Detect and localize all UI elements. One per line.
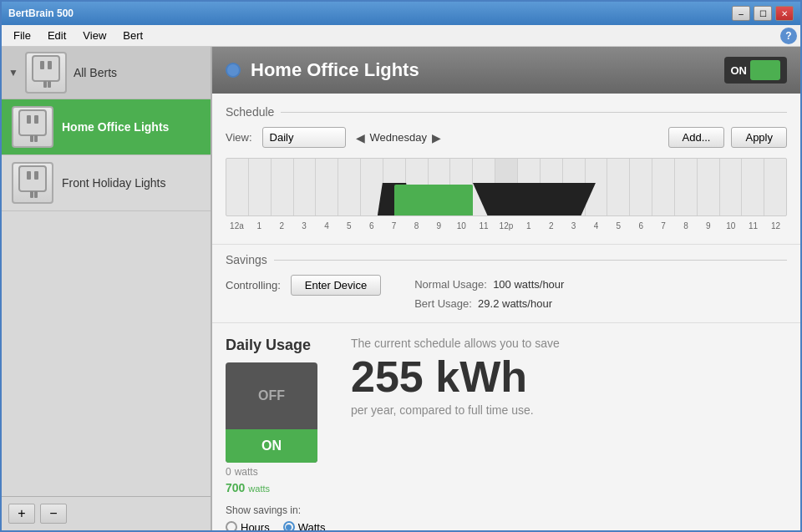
usage-widget: Daily Usage OFF ON 0 watts 700 watts <box>226 337 317 530</box>
next-day-button[interactable]: ▶ <box>432 131 441 144</box>
on-off-toggle[interactable]: ON <box>724 57 788 84</box>
maximize-button[interactable]: ☐ <box>754 6 772 21</box>
plug-svg-all <box>29 54 63 91</box>
sidebar-item-home-office[interactable]: Home Office Lights <box>2 99 211 155</box>
menu-edit[interactable]: Edit <box>39 27 74 44</box>
menu-bar: File Edit View Bert ? <box>2 25 800 47</box>
close-button[interactable]: ✕ <box>775 6 794 21</box>
schedule-timeline[interactable] <box>226 158 787 216</box>
svg-rect-14 <box>34 191 38 198</box>
off-watts-unit: watts <box>235 466 258 478</box>
front-holiday-icon <box>12 162 53 204</box>
view-label: View: <box>226 131 252 144</box>
plug-svg-home <box>16 109 49 145</box>
schedule-section: Schedule View: Daily ◀ Wednesday ▶ Add..… <box>212 94 800 245</box>
timeline-block-ramp-right <box>473 183 596 215</box>
schedule-controls: View: Daily ◀ Wednesday ▶ Add... Apply <box>226 127 787 148</box>
help-button[interactable]: ? <box>780 28 797 44</box>
day-nav: ◀ Wednesday ▶ <box>356 131 441 144</box>
svg-rect-11 <box>27 171 31 180</box>
prev-day-button[interactable]: ◀ <box>356 131 365 144</box>
radio-watts[interactable]: Watts <box>283 521 326 530</box>
view-select[interactable]: Daily <box>262 127 346 148</box>
radio-hours-circle <box>226 521 237 530</box>
app-window: BertBrain 500 – ☐ ✕ File Edit View Bert … <box>0 0 802 532</box>
radio-watts-circle <box>283 521 295 530</box>
toggle-green-indicator <box>750 60 780 80</box>
home-office-icon <box>12 106 53 148</box>
svg-rect-10 <box>19 166 46 191</box>
savings-info: The current schedule allows you to save … <box>351 337 787 417</box>
off-watts-row: 0 watts <box>226 466 317 478</box>
svg-rect-1 <box>40 61 44 69</box>
window-title: BertBrain 500 <box>8 8 74 19</box>
savings-section: Savings Controlling: Enter Device Normal… <box>212 245 800 323</box>
normal-usage-value: 100 watts/hour <box>493 278 564 291</box>
radio-hours-label: Hours <box>241 521 270 530</box>
minimize-button[interactable]: – <box>732 6 750 21</box>
window-controls: – ☐ ✕ <box>732 6 794 21</box>
bert-usage-label: Bert Usage: <box>414 297 472 310</box>
svg-rect-2 <box>48 61 52 69</box>
normal-usage-label: Normal Usage: <box>414 278 487 291</box>
svg-rect-7 <box>34 115 38 124</box>
daily-usage-section: Daily Usage OFF ON 0 watts 700 watts <box>212 323 800 530</box>
on-watts-value: 700 <box>226 481 245 494</box>
show-savings-label: Show savings in: <box>226 504 317 516</box>
menu-bert[interactable]: Bert <box>114 27 151 44</box>
daily-usage-title: Daily Usage <box>226 337 317 354</box>
toggle-label: ON <box>731 64 748 77</box>
home-office-label: Home Office Lights <box>62 120 169 134</box>
timeline-block-on <box>394 185 473 215</box>
bar-off-label: OFF <box>226 362 317 429</box>
sidebar-footer: + − <box>2 496 211 530</box>
front-holiday-label: Front Holiday Lights <box>62 176 166 190</box>
sidebar-header: ▼ All Berts <box>2 47 211 99</box>
savings-text1: The current schedule allows you to save <box>351 337 787 350</box>
content-header: Home Office Lights ON <box>212 47 800 94</box>
savings-kwh: 255 kWh <box>351 355 787 398</box>
savings-content: Controlling: Enter Device Normal Usage: … <box>226 275 787 314</box>
current-day: Wednesday <box>370 131 427 144</box>
content-header-left: Home Office Lights <box>226 59 419 81</box>
status-dot <box>226 63 241 78</box>
content-area: Home Office Lights ON Schedule View: Dai… <box>212 47 800 530</box>
menu-file[interactable]: File <box>5 27 39 44</box>
radio-hours[interactable]: Hours <box>226 521 270 530</box>
controlling-area: Controlling: Enter Device <box>226 275 381 296</box>
radio-group: Hours Watts <box>226 521 317 530</box>
radio-watts-inner <box>286 524 292 530</box>
svg-rect-6 <box>27 115 31 124</box>
bert-usage-value: 29.2 watts/hour <box>478 297 552 310</box>
usage-bar: OFF ON <box>226 362 317 463</box>
svg-rect-5 <box>19 110 46 135</box>
expand-arrow[interactable]: ▼ <box>8 67 18 79</box>
svg-rect-3 <box>43 81 47 88</box>
svg-rect-4 <box>48 81 51 88</box>
menu-view[interactable]: View <box>74 27 114 44</box>
on-watts-unit: watts <box>248 484 270 494</box>
savings-text2: per year, compared to full time use. <box>351 403 787 417</box>
schedule-action-buttons: Add... Apply <box>668 127 788 148</box>
add-schedule-button[interactable]: Add... <box>668 127 725 148</box>
sidebar-item-front-holiday[interactable]: Front Holiday Lights <box>2 155 211 211</box>
svg-rect-0 <box>33 56 59 81</box>
watt-labels: 0 watts 700 watts <box>226 466 317 494</box>
main-layout: ▼ All Berts <box>2 47 800 530</box>
timeline-labels: 12a 1 2 3 4 5 6 7 8 9 10 11 12p 1 2 3 4 <box>226 220 787 232</box>
all-berts-icon <box>25 52 67 94</box>
plug-svg-front <box>16 165 49 201</box>
enter-device-button[interactable]: Enter Device <box>291 275 381 296</box>
on-watts-row: 700 watts <box>226 481 317 494</box>
usage-stats: Normal Usage: 100 watts/hour Bert Usage:… <box>414 275 564 314</box>
savings-title: Savings <box>226 253 787 266</box>
remove-device-button[interactable]: − <box>40 504 67 524</box>
controlling-label: Controlling: <box>226 279 281 291</box>
schedule-title: Schedule <box>226 105 787 119</box>
radio-watts-label: Watts <box>298 521 326 530</box>
show-savings-area: Show savings in: Hours Watts <box>226 504 317 530</box>
apply-schedule-button[interactable]: Apply <box>731 127 787 148</box>
add-device-button[interactable]: + <box>8 504 35 524</box>
svg-rect-8 <box>30 135 33 142</box>
sidebar: ▼ All Berts <box>2 47 212 530</box>
